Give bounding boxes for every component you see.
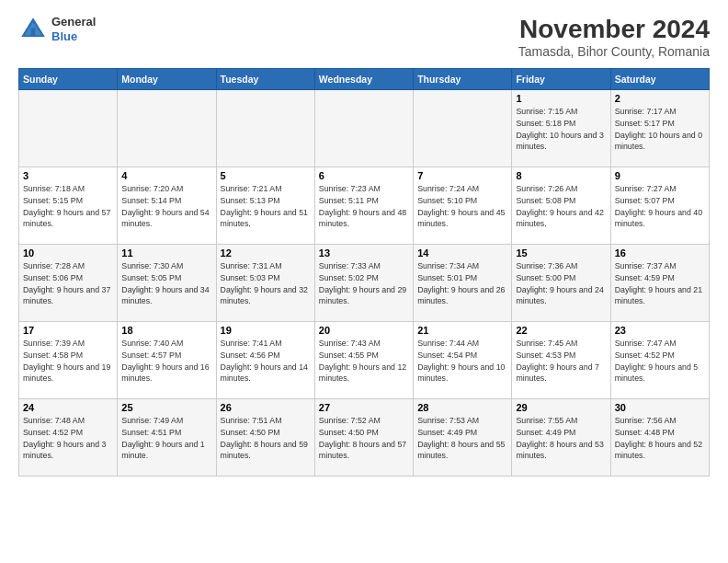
weekday-header-wednesday: Wednesday [314,69,413,90]
weekday-header-row: SundayMondayTuesdayWednesdayThursdayFrid… [19,69,710,90]
calendar-table: SundayMondayTuesdayWednesdayThursdayFrid… [18,68,710,477]
calendar-cell: 30Sunrise: 7:56 AMSunset: 4:48 PMDayligh… [610,399,709,477]
calendar-cell: 20Sunrise: 7:43 AMSunset: 4:55 PMDayligh… [314,322,413,399]
day-info: Sunrise: 7:26 AMSunset: 5:08 PMDaylight:… [516,183,606,230]
calendar-cell: 6Sunrise: 7:23 AMSunset: 5:11 PMDaylight… [314,167,413,245]
calendar-cell: 7Sunrise: 7:24 AMSunset: 5:10 PMDaylight… [414,167,512,245]
calendar-cell [118,90,216,167]
logo-text: General Blue [51,15,96,43]
calendar-subtitle: Tamasda, Bihor County, Romania [518,44,710,59]
calendar-week-4: 24Sunrise: 7:48 AMSunset: 4:52 PMDayligh… [19,399,710,477]
calendar-title: November 2024 [518,15,710,44]
day-info: Sunrise: 7:37 AMSunset: 4:59 PMDaylight:… [615,260,705,307]
calendar-cell: 14Sunrise: 7:34 AMSunset: 5:01 PMDayligh… [414,245,512,322]
day-info: Sunrise: 7:43 AMSunset: 4:55 PMDaylight:… [319,338,409,385]
day-info: Sunrise: 7:18 AMSunset: 5:15 PMDaylight:… [23,183,113,230]
day-number: 14 [417,247,507,259]
calendar-cell [414,90,512,167]
calendar-cell: 9Sunrise: 7:27 AMSunset: 5:07 PMDaylight… [610,167,709,245]
day-info: Sunrise: 7:39 AMSunset: 4:58 PMDaylight:… [23,338,113,385]
day-info: Sunrise: 7:55 AMSunset: 4:49 PMDaylight:… [516,415,606,462]
calendar-week-3: 17Sunrise: 7:39 AMSunset: 4:58 PMDayligh… [19,322,710,399]
day-number: 18 [121,325,211,336]
day-number: 25 [121,402,211,413]
day-number: 15 [516,247,606,259]
day-number: 28 [417,402,507,413]
calendar-cell: 18Sunrise: 7:40 AMSunset: 4:57 PMDayligh… [118,322,216,399]
day-number: 22 [516,325,606,336]
svg-rect-2 [31,28,36,37]
day-number: 11 [121,247,211,259]
day-number: 16 [615,247,705,259]
calendar-week-0: 1Sunrise: 7:15 AMSunset: 5:18 PMDaylight… [19,90,710,167]
day-number: 17 [23,325,113,336]
weekday-header-monday: Monday [118,69,216,90]
day-info: Sunrise: 7:30 AMSunset: 5:05 PMDaylight:… [121,260,211,307]
day-info: Sunrise: 7:49 AMSunset: 4:51 PMDaylight:… [121,415,211,462]
day-number: 8 [516,170,606,181]
day-number: 9 [615,170,705,181]
calendar-cell: 4Sunrise: 7:20 AMSunset: 5:14 PMDaylight… [118,167,216,245]
calendar-cell: 29Sunrise: 7:55 AMSunset: 4:49 PMDayligh… [512,399,610,477]
calendar-cell [314,90,413,167]
calendar-cell: 5Sunrise: 7:21 AMSunset: 5:13 PMDaylight… [216,167,314,245]
calendar-cell: 23Sunrise: 7:47 AMSunset: 4:52 PMDayligh… [610,322,709,399]
calendar-cell: 26Sunrise: 7:51 AMSunset: 4:50 PMDayligh… [216,399,314,477]
day-number: 19 [221,325,311,336]
day-number: 5 [221,170,311,181]
day-info: Sunrise: 7:56 AMSunset: 4:48 PMDaylight:… [615,415,705,462]
day-number: 6 [319,170,409,181]
weekday-header-thursday: Thursday [414,69,512,90]
day-number: 12 [221,247,311,259]
day-info: Sunrise: 7:51 AMSunset: 4:50 PMDaylight:… [221,415,311,462]
day-number: 7 [417,170,507,181]
day-info: Sunrise: 7:23 AMSunset: 5:11 PMDaylight:… [319,183,409,230]
weekday-header-tuesday: Tuesday [216,69,314,90]
day-info: Sunrise: 7:44 AMSunset: 4:54 PMDaylight:… [417,338,507,385]
calendar-cell [216,90,314,167]
calendar-cell: 13Sunrise: 7:33 AMSunset: 5:02 PMDayligh… [314,245,413,322]
day-info: Sunrise: 7:34 AMSunset: 5:01 PMDaylight:… [417,260,507,307]
logo-icon [18,15,48,44]
day-info: Sunrise: 7:45 AMSunset: 4:53 PMDaylight:… [516,338,606,385]
logo-line2: Blue [51,29,96,44]
calendar-cell: 22Sunrise: 7:45 AMSunset: 4:53 PMDayligh… [512,322,610,399]
calendar-cell: 24Sunrise: 7:48 AMSunset: 4:52 PMDayligh… [19,399,118,477]
weekday-header-sunday: Sunday [19,69,118,90]
title-block: November 2024 Tamasda, Bihor County, Rom… [518,15,710,59]
day-info: Sunrise: 7:31 AMSunset: 5:03 PMDaylight:… [221,260,311,307]
day-number: 23 [615,325,705,336]
calendar-cell: 28Sunrise: 7:53 AMSunset: 4:49 PMDayligh… [414,399,512,477]
day-number: 29 [516,402,606,413]
logo: General Blue [18,15,96,44]
header: General Blue November 2024 Tamasda, Biho… [18,15,710,59]
day-number: 24 [23,402,113,413]
calendar-cell: 17Sunrise: 7:39 AMSunset: 4:58 PMDayligh… [19,322,118,399]
day-info: Sunrise: 7:52 AMSunset: 4:50 PMDaylight:… [319,415,409,462]
day-number: 1 [516,93,606,104]
day-number: 13 [319,247,409,259]
day-info: Sunrise: 7:27 AMSunset: 5:07 PMDaylight:… [615,183,705,230]
day-info: Sunrise: 7:53 AMSunset: 4:49 PMDaylight:… [417,415,507,462]
day-number: 10 [23,247,113,259]
day-info: Sunrise: 7:48 AMSunset: 4:52 PMDaylight:… [23,415,113,462]
calendar-cell: 8Sunrise: 7:26 AMSunset: 5:08 PMDaylight… [512,167,610,245]
day-info: Sunrise: 7:36 AMSunset: 5:00 PMDaylight:… [516,260,606,307]
day-info: Sunrise: 7:41 AMSunset: 4:56 PMDaylight:… [221,338,311,385]
calendar-cell: 12Sunrise: 7:31 AMSunset: 5:03 PMDayligh… [216,245,314,322]
day-info: Sunrise: 7:40 AMSunset: 4:57 PMDaylight:… [121,338,211,385]
day-info: Sunrise: 7:47 AMSunset: 4:52 PMDaylight:… [615,338,705,385]
day-number: 4 [121,170,211,181]
day-info: Sunrise: 7:28 AMSunset: 5:06 PMDaylight:… [23,260,113,307]
weekday-header-saturday: Saturday [610,69,709,90]
calendar-cell: 3Sunrise: 7:18 AMSunset: 5:15 PMDaylight… [19,167,118,245]
calendar-cell: 16Sunrise: 7:37 AMSunset: 4:59 PMDayligh… [610,245,709,322]
calendar-cell: 1Sunrise: 7:15 AMSunset: 5:18 PMDaylight… [512,90,610,167]
weekday-header-friday: Friday [512,69,610,90]
calendar-cell: 10Sunrise: 7:28 AMSunset: 5:06 PMDayligh… [19,245,118,322]
day-number: 30 [615,402,705,413]
day-number: 27 [319,402,409,413]
day-number: 2 [615,93,705,104]
day-info: Sunrise: 7:15 AMSunset: 5:18 PMDaylight:… [516,106,606,153]
calendar-cell: 19Sunrise: 7:41 AMSunset: 4:56 PMDayligh… [216,322,314,399]
